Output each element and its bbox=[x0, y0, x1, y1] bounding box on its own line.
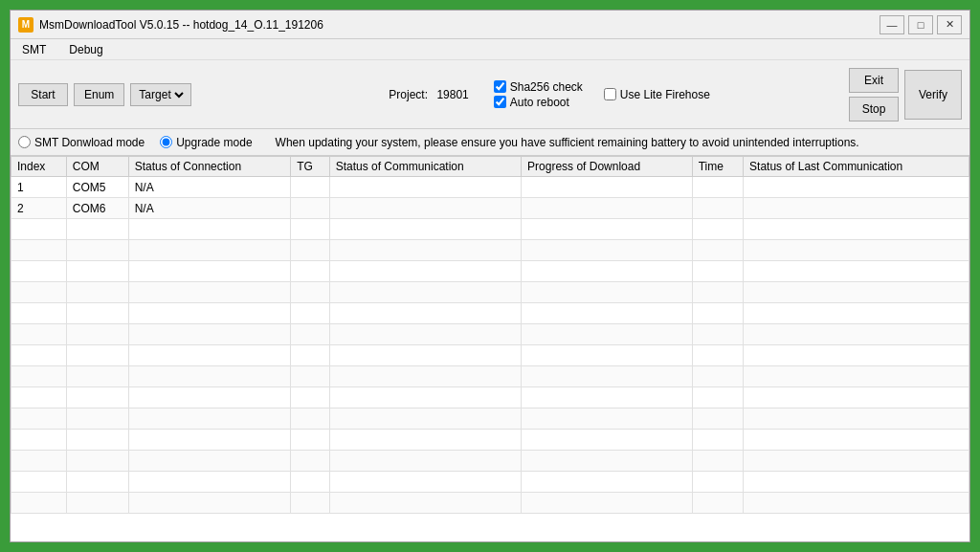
empty-cell bbox=[291, 408, 329, 430]
table-area: Index COM Status of Connection TG Status… bbox=[11, 156, 969, 541]
maximize-button[interactable]: □ bbox=[908, 15, 933, 34]
cell-status-communication bbox=[329, 198, 521, 219]
empty-cell bbox=[744, 493, 969, 514]
empty-cell bbox=[329, 430, 521, 451]
empty-cell bbox=[522, 451, 693, 472]
empty-row bbox=[11, 366, 969, 387]
empty-cell bbox=[291, 472, 329, 493]
empty-cell bbox=[744, 282, 969, 303]
cell-time bbox=[692, 198, 743, 219]
empty-row bbox=[11, 282, 969, 303]
checkboxes-group: Sha256 check Auto reboot bbox=[494, 80, 583, 109]
smt-mode-radio-row[interactable]: SMT Donwload mode bbox=[18, 136, 145, 149]
col-last-communication: Status of Last Communication bbox=[744, 157, 969, 177]
sha256-checkbox-row[interactable]: Sha256 check bbox=[494, 80, 583, 94]
upgrade-mode-radio-row[interactable]: Upgrade mode bbox=[160, 136, 252, 149]
target-select-input[interactable]: Target bbox=[135, 87, 187, 102]
empty-cell bbox=[66, 261, 128, 282]
empty-cell bbox=[744, 430, 969, 451]
stop-button[interactable]: Stop bbox=[849, 97, 899, 121]
empty-cell bbox=[329, 345, 521, 366]
col-progress: Progress of Download bbox=[522, 157, 693, 177]
empty-cell bbox=[744, 408, 969, 430]
empty-cell bbox=[11, 219, 67, 240]
empty-row bbox=[11, 387, 969, 408]
empty-cell bbox=[744, 240, 969, 261]
empty-row bbox=[11, 345, 969, 366]
empty-cell bbox=[329, 451, 521, 472]
empty-cell bbox=[128, 493, 291, 514]
empty-cell bbox=[692, 366, 743, 387]
empty-cell bbox=[11, 472, 67, 493]
col-status-connection: Status of Connection bbox=[128, 157, 291, 177]
empty-cell bbox=[522, 387, 693, 408]
empty-row bbox=[11, 261, 969, 282]
empty-cell bbox=[128, 345, 291, 366]
empty-cell bbox=[66, 219, 128, 240]
exit-button[interactable]: Exit bbox=[849, 68, 899, 93]
empty-cell bbox=[522, 324, 693, 345]
empty-cell bbox=[291, 303, 329, 324]
menu-debug[interactable]: Debug bbox=[61, 41, 110, 58]
target-dropdown[interactable]: Target bbox=[130, 83, 191, 106]
empty-cell bbox=[522, 240, 693, 261]
empty-cell bbox=[744, 219, 969, 240]
empty-cell bbox=[291, 451, 329, 472]
empty-cell bbox=[128, 324, 291, 345]
empty-cell bbox=[291, 387, 329, 408]
empty-cell bbox=[128, 219, 291, 240]
empty-row bbox=[11, 472, 969, 493]
enum-button[interactable]: Enum bbox=[74, 83, 124, 106]
empty-cell bbox=[11, 261, 67, 282]
empty-cell bbox=[744, 387, 969, 408]
empty-cell bbox=[291, 282, 329, 303]
empty-cell bbox=[692, 261, 743, 282]
empty-cell bbox=[329, 240, 521, 261]
empty-cell bbox=[522, 345, 693, 366]
firehose-checkbox-row[interactable]: Use Lite Firehose bbox=[604, 88, 710, 101]
empty-cell bbox=[692, 430, 743, 451]
empty-row bbox=[11, 324, 969, 345]
empty-cell bbox=[692, 219, 743, 240]
firehose-checkbox[interactable] bbox=[604, 88, 616, 100]
start-button[interactable]: Start bbox=[18, 83, 68, 106]
empty-cell bbox=[11, 345, 67, 366]
empty-cell bbox=[66, 472, 128, 493]
empty-cell bbox=[66, 451, 128, 472]
empty-cell bbox=[692, 324, 743, 345]
table-row[interactable]: 2 COM6 N/A bbox=[11, 198, 969, 219]
empty-cell bbox=[11, 430, 67, 451]
auto-reboot-checkbox[interactable] bbox=[494, 96, 506, 108]
empty-cell bbox=[522, 408, 693, 430]
minimize-button[interactable]: — bbox=[880, 15, 904, 34]
empty-cell bbox=[329, 387, 521, 408]
empty-cell bbox=[128, 472, 291, 493]
empty-cell bbox=[66, 324, 128, 345]
sha256-checkbox[interactable] bbox=[494, 80, 506, 93]
cell-last-communication bbox=[744, 198, 969, 219]
empty-cell bbox=[744, 366, 969, 387]
empty-cell bbox=[692, 303, 743, 324]
upgrade-mode-radio[interactable] bbox=[160, 136, 172, 148]
empty-cell bbox=[692, 240, 743, 261]
empty-cell bbox=[128, 387, 291, 408]
empty-cell bbox=[692, 451, 743, 472]
empty-cell bbox=[66, 345, 128, 366]
cell-last-communication bbox=[744, 177, 969, 198]
table-row[interactable]: 1 COM5 N/A bbox=[11, 177, 969, 198]
close-button[interactable]: ✕ bbox=[937, 15, 962, 34]
menu-smt[interactable]: SMT bbox=[14, 41, 54, 58]
smt-mode-radio[interactable] bbox=[18, 136, 31, 148]
right-buttons-row: Exit Stop Verify bbox=[849, 68, 962, 121]
verify-button[interactable]: Verify bbox=[904, 70, 962, 120]
empty-cell bbox=[11, 324, 67, 345]
empty-cell bbox=[11, 387, 67, 408]
empty-cell bbox=[128, 240, 291, 261]
main-window: M MsmDownloadTool V5.0.15 -- hotdog_14_O… bbox=[10, 10, 970, 542]
auto-reboot-checkbox-row[interactable]: Auto reboot bbox=[494, 96, 583, 109]
col-tg: TG bbox=[291, 157, 329, 177]
empty-cell bbox=[522, 472, 693, 493]
empty-cell bbox=[66, 408, 128, 430]
empty-row bbox=[11, 240, 969, 261]
cell-progress bbox=[522, 177, 693, 198]
